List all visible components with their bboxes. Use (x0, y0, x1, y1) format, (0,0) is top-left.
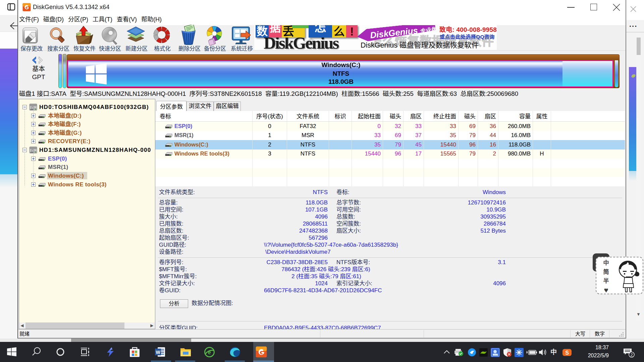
svg-text:e: e (208, 349, 211, 356)
svg-text:W: W (156, 350, 160, 355)
svg-text:S: S (565, 350, 569, 356)
svg-text:2: 2 (631, 353, 633, 357)
